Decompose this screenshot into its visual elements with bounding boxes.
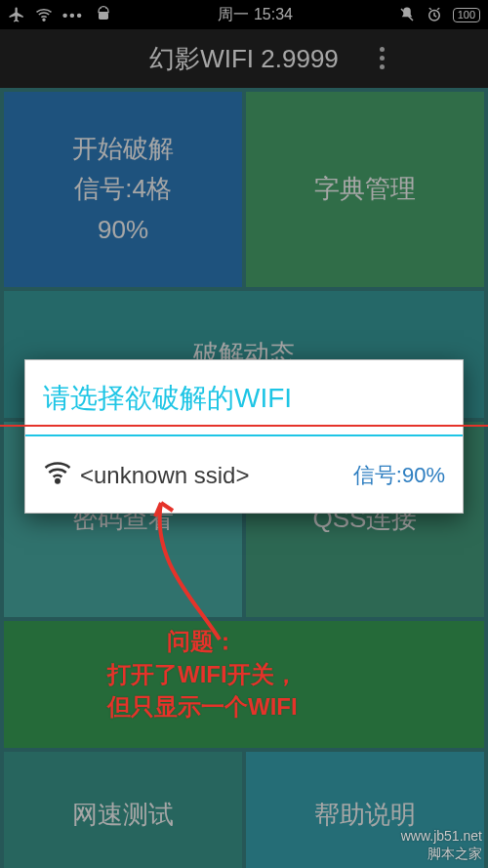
dialog-title: 请选择欲破解的WIFI	[25, 360, 463, 434]
dialog-separator	[25, 434, 463, 436]
wifi-ssid: <unknown ssid>	[80, 462, 353, 489]
svg-point-6	[56, 479, 60, 483]
watermark-line: www.jb51.net	[401, 827, 482, 845]
watermark: www.jb51.net 脚本之家	[401, 827, 482, 862]
wifi-signal-label: 信号:90%	[353, 461, 445, 490]
wifi-signal-icon	[43, 460, 72, 491]
watermark-line: 脚本之家	[401, 845, 482, 862]
modal-overlay[interactable]: 请选择欲破解的WIFI <unknown ssid> 信号:90%	[0, 0, 488, 868]
wifi-list-item[interactable]: <unknown ssid> 信号:90%	[25, 442, 463, 513]
annotation-text: 问题： 打开了WIFI开关， 但只显示一个WIFI	[107, 625, 298, 723]
wifi-select-dialog: 请选择欲破解的WIFI <unknown ssid> 信号:90%	[24, 359, 464, 514]
annotation-line: 但只显示一个WIFI	[107, 690, 298, 723]
annotation-hline	[0, 425, 488, 427]
annotation-line: 打开了WIFI开关，	[107, 658, 298, 691]
annotation-line: 问题：	[107, 625, 298, 658]
